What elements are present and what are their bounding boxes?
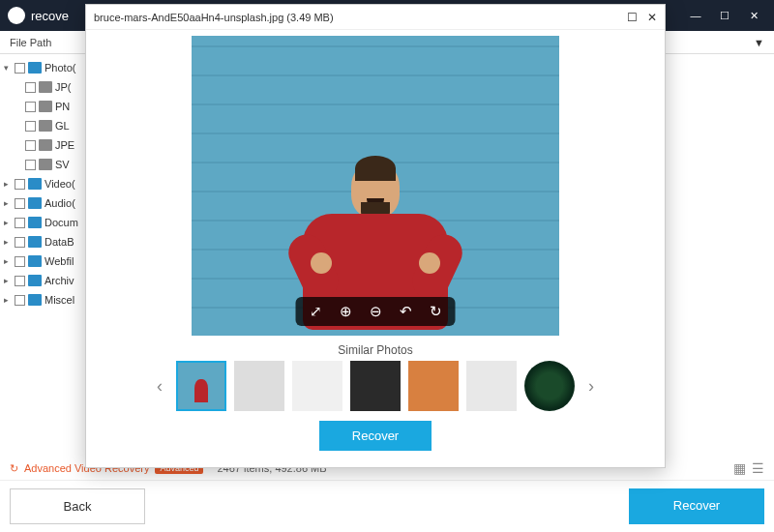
logo-icon (8, 7, 25, 24)
modal-title: bruce-mars-AndE50aaHn4-unsplash.jpg (3.4… (94, 12, 334, 23)
image-controls: ⤢ ⊕ ⊖ ↶ ↻ (296, 297, 456, 326)
close-button[interactable]: ✕ (741, 5, 766, 26)
view-mode-icons: ▦ ☰ (733, 460, 764, 476)
next-arrow-icon[interactable]: › (582, 376, 600, 397)
grid-view-icon[interactable]: ▦ (733, 460, 746, 476)
modal-header: bruce-mars-AndE50aaHn4-unsplash.jpg (3.4… (86, 5, 665, 30)
modal-body: ⤢ ⊕ ⊖ ↶ ↻ Similar Photos ‹ › Recover (86, 30, 665, 467)
app-name: recove (31, 9, 69, 23)
refresh-icon[interactable]: ↻ (10, 462, 18, 475)
list-view-icon[interactable]: ☰ (752, 460, 764, 476)
modal-maximize-button[interactable]: ☐ (627, 11, 638, 24)
similar-photos-label: Similar Photos (338, 343, 412, 357)
modal-recover-button[interactable]: Recover (319, 421, 432, 451)
thumbnail[interactable] (350, 361, 401, 411)
preview-image: ⤢ ⊕ ⊖ ↶ ↻ (192, 36, 559, 336)
prev-arrow-icon[interactable]: ‹ (151, 376, 168, 397)
filepath-label: File Path (10, 37, 51, 48)
thumbnail-strip: ‹ › (151, 361, 600, 411)
fit-icon[interactable]: ⤢ (310, 303, 322, 320)
thumbnail[interactable] (292, 361, 342, 411)
thumbnail[interactable] (408, 361, 459, 411)
recover-button[interactable]: Recover (629, 488, 764, 524)
app-logo: recove (8, 7, 69, 24)
thumbnail[interactable] (524, 361, 575, 411)
window-controls: — ☐ ✕ (683, 5, 766, 26)
back-button[interactable]: Back (10, 488, 145, 524)
preview-modal: bruce-mars-AndE50aaHn4-unsplash.jpg (3.4… (85, 4, 666, 468)
filter-icon[interactable]: ▼ (754, 37, 764, 48)
thumbnail[interactable] (234, 361, 284, 411)
rotate-left-icon[interactable]: ↶ (400, 303, 412, 320)
zoom-out-icon[interactable]: ⊖ (370, 303, 382, 320)
modal-close-button[interactable]: ✕ (647, 11, 657, 24)
rotate-right-icon[interactable]: ↻ (430, 303, 442, 320)
footer: Back Recover (0, 480, 774, 532)
minimize-button[interactable]: — (683, 5, 708, 26)
zoom-in-icon[interactable]: ⊕ (340, 303, 352, 320)
maximize-button[interactable]: ☐ (712, 5, 737, 26)
thumbnail[interactable] (466, 361, 517, 411)
thumbnail[interactable] (176, 361, 226, 411)
